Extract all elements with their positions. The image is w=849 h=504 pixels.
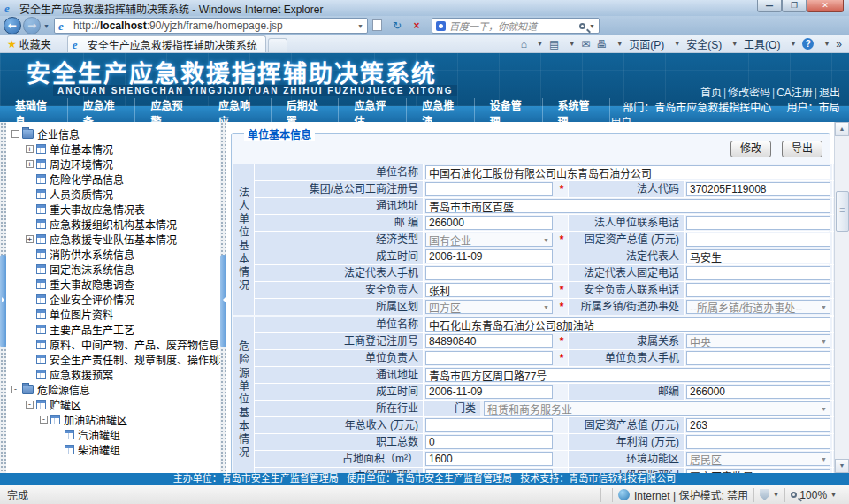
tree-expander[interactable]: - — [11, 130, 19, 138]
export-button[interactable]: 导出 — [782, 141, 822, 157]
print-icon[interactable]: 🖶 — [596, 38, 607, 50]
tree-item[interactable]: -企业信息 — [6, 126, 220, 141]
collapse-handle-right[interactable] — [220, 255, 226, 347]
tree-item[interactable]: -贮罐区 — [6, 397, 220, 412]
tree-item[interactable]: 原料、中间产物、产品、废弃物信息 — [6, 337, 220, 352]
form-field-input[interactable] — [686, 435, 830, 449]
form-field-select[interactable]: 租赁和商务服务业▼ — [484, 401, 830, 416]
form-field-select[interactable]: 居民区▼ — [686, 452, 830, 466]
maximize-button[interactable]: ❐ — [782, 0, 807, 12]
form-field-input[interactable] — [686, 233, 830, 247]
stop-button[interactable]: × — [407, 17, 426, 34]
form-field-input[interactable] — [686, 216, 830, 230]
form-field-input[interactable] — [425, 368, 830, 382]
form-field-input[interactable] — [425, 385, 553, 399]
form-field-input[interactable] — [425, 249, 553, 263]
menu-page[interactable]: 页面(P) — [629, 36, 664, 51]
recent-pages-dropdown[interactable]: ▼ — [43, 23, 50, 29]
left-splitter[interactable] — [0, 122, 6, 473]
help-dropdown-icon[interactable]: ▼ — [823, 41, 830, 47]
header-link[interactable]: 修改密码 — [728, 87, 770, 99]
print-dropdown-icon[interactable]: ▼ — [616, 41, 623, 47]
scroll-up-icon[interactable]: ▲ — [835, 122, 849, 136]
active-tab[interactable]: e 安全生产应急救援指挥辅助决策系统 — [67, 35, 266, 52]
address-dropdown-icon[interactable]: ▼ — [357, 23, 363, 29]
form-field-input[interactable] — [425, 351, 553, 365]
compatibility-view-button[interactable] — [368, 17, 387, 34]
close-button[interactable]: ✕ — [807, 0, 844, 12]
menu-safety[interactable]: 安全(S) — [686, 36, 722, 51]
menu-tools-dropdown-icon[interactable]: ▼ — [790, 41, 796, 47]
tree-item[interactable]: +周边环境情况 — [6, 157, 220, 172]
feeds-dropdown-icon[interactable]: ▼ — [569, 41, 575, 47]
scroll-down-icon[interactable]: ▼ — [835, 459, 849, 473]
form-field-input[interactable] — [425, 165, 830, 179]
form-field-input[interactable] — [425, 418, 553, 432]
form-field-input[interactable] — [686, 266, 830, 280]
collapse-handle-left[interactable] — [0, 255, 6, 347]
header-link[interactable]: CA注册 — [776, 87, 813, 99]
tree-item[interactable]: -加油站油罐区 — [6, 412, 220, 427]
form-field-input[interactable] — [425, 216, 553, 230]
search-box[interactable]: 百度一下，你就知道 ▼ — [432, 18, 600, 34]
tree-expander[interactable]: + — [26, 160, 34, 168]
favorites-label[interactable]: 收藏夹 — [19, 36, 51, 51]
tree-item[interactable]: 重大事故隐患调查 — [6, 277, 220, 292]
tree-item[interactable]: 柴油罐组 — [6, 442, 220, 457]
tree-expander[interactable]: - — [11, 386, 19, 393]
tree-item[interactable]: 固定泡沫系统信息 — [6, 262, 220, 277]
tree-item[interactable]: 主要产品生产工艺 — [6, 322, 220, 337]
tree-item[interactable]: 安全生产责任制、规章制度、操作规程信息 — [6, 352, 220, 367]
search-options-icon[interactable]: ▼ — [589, 23, 595, 29]
tree-item[interactable]: +应急救援专业队伍基本情况 — [6, 232, 220, 247]
home-icon[interactable]: ⌂ — [521, 38, 527, 50]
form-field-select[interactable]: 国有企业▼ — [425, 233, 553, 247]
address-field[interactable]: e http://localhost:90/yjzh/frame/homepag… — [54, 18, 368, 34]
form-field-input[interactable] — [686, 418, 830, 432]
tree-item[interactable]: -危险源信息 — [6, 382, 220, 397]
form-field-select[interactable]: 四方区▼ — [425, 300, 553, 314]
tree-item[interactable]: 消防供水系统信息 — [6, 247, 220, 262]
tree-item[interactable]: 应急救援预案 — [6, 367, 220, 382]
form-field-input[interactable] — [686, 182, 830, 196]
tree-expander[interactable]: + — [26, 145, 34, 153]
form-field-input[interactable] — [686, 385, 830, 399]
protected-mode-icon[interactable] — [760, 489, 769, 500]
tree-expander[interactable]: + — [26, 235, 34, 243]
zoom-icon[interactable] — [791, 492, 797, 498]
zone-dropdown-icon[interactable]: ▼ — [773, 492, 779, 498]
back-button[interactable]: ← — [4, 17, 21, 34]
tree-item[interactable]: 单位图片资料 — [6, 307, 220, 322]
vertical-scrollbar[interactable]: ▲ ▼ — [834, 122, 849, 473]
minimize-button[interactable]: — — [757, 0, 782, 12]
scrollbar-thumb[interactable] — [836, 191, 849, 232]
tree-expander[interactable]: - — [40, 416, 48, 424]
tree-item[interactable]: 应急救援组织机构基本情况 — [6, 217, 220, 232]
tree-item[interactable]: 汽油罐组 — [6, 427, 220, 442]
forward-button[interactable]: → — [23, 17, 41, 34]
form-field-input[interactable] — [425, 182, 553, 196]
zoom-level[interactable]: 100% — [799, 489, 827, 501]
modify-button[interactable]: 修改 — [730, 141, 771, 157]
new-tab-button[interactable] — [268, 38, 287, 52]
header-link[interactable]: 退出 — [819, 87, 840, 99]
form-field-input[interactable] — [425, 317, 830, 332]
refresh-button[interactable]: ↻ — [387, 17, 407, 34]
form-field-input[interactable] — [686, 351, 830, 365]
tree-expander[interactable]: - — [26, 401, 34, 409]
mail-icon[interactable]: ✉ — [581, 38, 590, 50]
form-field-input[interactable] — [425, 283, 553, 297]
form-field-input[interactable] — [686, 283, 830, 297]
menu-page-dropdown-icon[interactable]: ▼ — [674, 41, 680, 47]
form-field-input[interactable] — [425, 199, 830, 213]
feeds-icon[interactable]: ▤ — [549, 38, 559, 50]
tree-item[interactable]: 危险化学品信息 — [6, 172, 220, 187]
zoom-dropdown-icon[interactable]: ▼ — [830, 492, 837, 498]
tree-item[interactable]: 企业安全评价情况 — [6, 292, 220, 307]
tree-item[interactable]: 重大事故应急情况表 — [6, 202, 220, 217]
header-link[interactable]: 首页 — [700, 87, 722, 99]
form-field-input[interactable] — [425, 334, 553, 348]
menu-tools[interactable]: 工具(O) — [744, 36, 780, 51]
tree-item[interactable]: 人员资质情况 — [6, 187, 220, 202]
menu-safety-dropdown-icon[interactable]: ▼ — [731, 41, 738, 47]
